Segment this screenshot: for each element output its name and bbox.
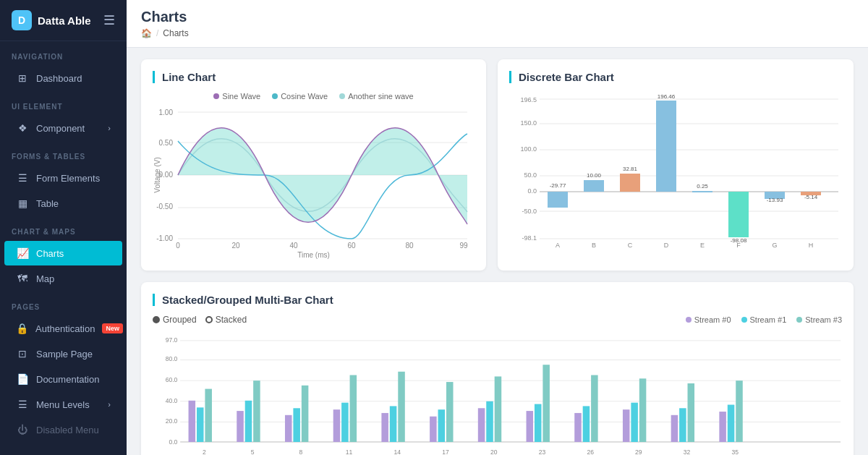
sidebar-item-table[interactable]: ▦Table	[4, 191, 122, 216]
svg-rect-102	[591, 375, 598, 442]
sidebar-item-component[interactable]: ❖Component›	[4, 116, 122, 140]
svg-text:26: 26	[587, 448, 594, 455]
sidebar-item-sample-page[interactable]: ⊡Sample Page	[4, 341, 122, 366]
sidebar-item-label-disabled-menu: Disabled Menu	[36, 425, 99, 435]
sidebar-toggle[interactable]: ☰	[103, 12, 115, 28]
radio-grouped[interactable]: Grouped	[153, 315, 197, 325]
nav-section-label-pages: PAGES	[0, 292, 127, 315]
svg-text:10.00: 10.00	[587, 172, 602, 179]
sidebar-item-label-table: Table	[36, 198, 59, 209]
multi-bar-chart-svg: 97.0 80.0 60.0 40.0 20.0 0.0	[153, 331, 842, 455]
svg-text:H: H	[809, 242, 814, 249]
svg-rect-72	[237, 411, 244, 442]
svg-rect-70	[205, 389, 212, 442]
stream-3: Stream #3	[796, 315, 842, 324]
svg-rect-82	[350, 375, 357, 442]
brand-logo: D	[12, 10, 32, 30]
radio-grouped-label: Grouped	[163, 315, 197, 325]
brand-name: Datta Able	[38, 14, 91, 27]
svg-rect-93	[486, 401, 493, 442]
sidebar-item-label-component: Component	[36, 123, 85, 134]
svg-rect-100	[574, 413, 582, 442]
sidebar-item-dashboard[interactable]: ⊞Dashboard	[4, 66, 122, 90]
bar-chart-card: Discrete Bar Chart 196.5 150.0 100.0 50.…	[498, 59, 854, 271]
svg-rect-68	[189, 401, 196, 442]
svg-rect-81	[341, 403, 349, 442]
breadcrumb-home-icon[interactable]: 🏠	[141, 28, 152, 38]
svg-rect-44	[692, 191, 712, 192]
svg-rect-97	[535, 404, 542, 442]
sidebar-item-map[interactable]: 🗺Map	[4, 266, 122, 291]
svg-text:0: 0	[176, 242, 180, 250]
svg-rect-38	[620, 174, 640, 192]
svg-rect-109	[679, 408, 686, 442]
svg-text:C: C	[628, 242, 633, 249]
sidebar-item-authentication[interactable]: 🔒AuthenticationNew›	[4, 316, 122, 341]
svg-text:F: F	[736, 242, 741, 249]
svg-rect-96	[527, 411, 534, 442]
sidebar-item-menu-levels[interactable]: ☰Menu Levels›	[4, 392, 122, 417]
line-chart-legend: Sine Wave Cosine Wave Another sine wave	[153, 92, 475, 101]
authentication-icon: 🔒	[16, 323, 28, 334]
svg-text:E: E	[700, 242, 705, 249]
svg-text:80.0: 80.0	[166, 355, 178, 362]
svg-rect-78	[302, 386, 309, 442]
breadcrumb: 🏠 / Charts	[141, 28, 854, 38]
svg-rect-88	[430, 417, 437, 442]
sidebar-item-form-elements[interactable]: ☰Form Elements	[4, 166, 122, 190]
svg-rect-35	[584, 180, 604, 192]
stream-0: Stream #0	[686, 315, 731, 324]
svg-rect-108	[671, 415, 678, 442]
svg-text:-98.1: -98.1	[522, 234, 537, 242]
svg-rect-76	[285, 415, 292, 442]
table-icon: ▦	[16, 197, 29, 209]
nav-sections: NAVIGATION⊞DashboardUI ELEMENT❖Component…	[0, 41, 127, 443]
multi-bar-chart-card: Stacked/Grouped Multi-Bar Chart Grouped …	[141, 282, 854, 455]
svg-text:A: A	[556, 242, 560, 249]
svg-text:5: 5	[251, 448, 255, 455]
breadcrumb-current: Charts	[163, 28, 188, 38]
svg-text:40: 40	[289, 242, 298, 250]
sidebar: D Datta Able ☰ NAVIGATION⊞DashboardUI EL…	[0, 0, 127, 455]
multi-bar-chart-controls: Grouped Stacked Stream #0 Stream #1 Stre…	[153, 315, 842, 325]
svg-text:196.5: 196.5	[520, 96, 537, 103]
svg-rect-106	[639, 378, 647, 442]
sidebar-item-charts[interactable]: 📈Charts	[4, 241, 122, 265]
svg-text:Voltage (V): Voltage (V)	[153, 157, 161, 192]
legend-another: Another sine wave	[339, 92, 414, 101]
svg-text:17: 17	[442, 448, 449, 455]
svg-rect-114	[736, 380, 743, 442]
menu-levels-icon: ☰	[16, 399, 29, 410]
map-icon: 🗺	[16, 273, 29, 284]
charts-icon: 📈	[16, 247, 29, 259]
bar-chart-svg: 196.5 150.0 100.0 50.0 0.0 -50.0 -98.1	[509, 92, 842, 251]
svg-text:60.0: 60.0	[166, 376, 178, 383]
radio-stacked-dot	[205, 316, 213, 323]
svg-text:20.0: 20.0	[166, 417, 178, 425]
sidebar-item-disabled-menu: ⏻Disabled Menu	[4, 417, 122, 442]
svg-text:8: 8	[299, 448, 303, 455]
form-elements-icon: ☰	[16, 172, 29, 184]
svg-rect-85	[390, 406, 397, 442]
line-chart-title: Line Chart	[153, 71, 475, 83]
sidebar-item-documentation[interactable]: 📄Documentation	[4, 367, 122, 391]
radio-group: Grouped Stacked	[153, 315, 247, 325]
stream-1: Stream #1	[741, 315, 787, 324]
svg-text:50.0: 50.0	[524, 171, 537, 179]
sidebar-item-label-menu-levels: Menu Levels	[36, 399, 90, 410]
svg-text:150.0: 150.0	[520, 119, 537, 127]
svg-text:-29.77: -29.77	[550, 182, 566, 189]
radio-stacked[interactable]: Stacked	[205, 315, 247, 325]
sidebar-item-label-sample-page: Sample Page	[36, 349, 93, 360]
svg-rect-47	[728, 192, 749, 237]
content-area: Line Chart Sine Wave Cosine Wave Another…	[127, 48, 868, 455]
svg-rect-94	[495, 376, 502, 442]
svg-rect-32	[548, 192, 568, 208]
sidebar-item-label-map: Map	[36, 273, 54, 284]
radio-stacked-label: Stacked	[216, 315, 247, 325]
main-content: Charts 🏠 / Charts Line Chart Sine Wave C…	[127, 0, 868, 455]
dashboard-icon: ⊞	[16, 72, 29, 84]
line-chart-card: Line Chart Sine Wave Cosine Wave Another…	[141, 59, 486, 271]
nav-section-label-chart__maps: CHART & MAPS	[0, 216, 127, 240]
svg-text:97.0: 97.0	[166, 336, 178, 344]
